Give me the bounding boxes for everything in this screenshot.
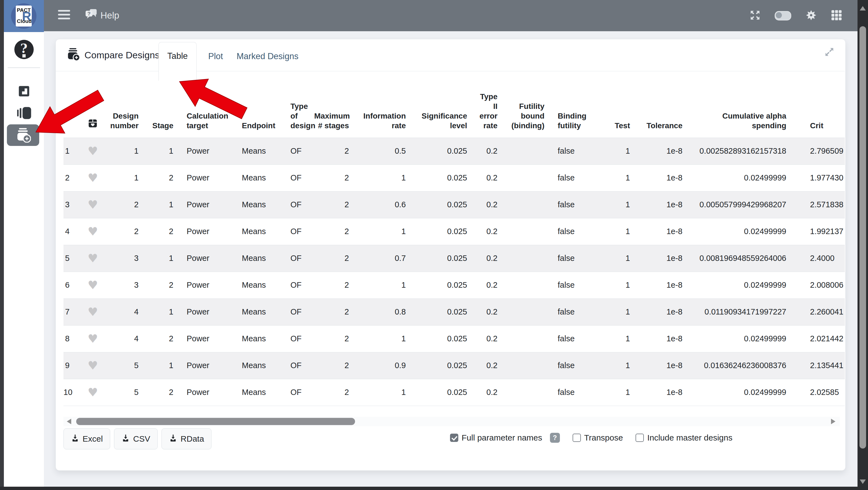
help-badge-icon[interactable]: ? [550,433,560,443]
heart-icon[interactable]: ♥ [88,305,98,319]
table-cell: Power [180,138,235,165]
heart-icon[interactable]: ♥ [88,252,98,265]
table-cell: 2 [314,325,355,352]
table-row: 7♥41PowerMeansOF20.80.0250.2false11e-80.… [63,298,845,325]
table-cell: 0.025 [412,379,474,406]
table-cell: 0.2 [474,272,504,298]
table-cell: 0.02499999 [689,379,793,406]
help-menu[interactable]: ? Help [85,8,119,23]
apps-grid-icon[interactable] [831,10,842,22]
column-header[interactable]: Significance level [412,81,474,138]
checkbox-box[interactable] [572,434,581,442]
table-cell: 0.2 [474,325,504,352]
heart-icon[interactable]: ♥ [88,332,98,345]
heart-icon[interactable]: ♥ [88,144,98,158]
column-header[interactable]: Binding futility [551,81,601,138]
table-cell: 0.02499999 [689,272,793,298]
column-header-empty[interactable] [76,81,109,138]
column-header[interactable]: Futility bound (binding) [504,81,551,138]
tab-marked-designs[interactable]: Marked Designs [236,42,299,71]
table-cell: 0.9 [355,352,412,379]
table-cell [504,325,551,352]
table-cell: 3 [109,245,145,272]
horizontal-scrollbar-thumb[interactable] [76,418,355,425]
heart-icon[interactable]: ♥ [88,385,98,399]
table-cell: OF [284,138,314,165]
expand-panel-icon[interactable] [824,47,835,58]
heart-icon[interactable]: ♥ [88,278,98,292]
table-cell: 2 [314,352,355,379]
column-header[interactable]: Cumulative alpha spending [689,81,793,138]
checkbox-include-master-designs[interactable]: Include master designs [636,433,733,442]
sidebar-toggle-button[interactable] [58,10,71,21]
table-cell: 1 [355,325,412,352]
sidebar-item-cards[interactable] [16,106,32,121]
tab-table[interactable]: Table [158,42,196,81]
table-cell: OF [284,218,314,245]
table-cell [504,191,551,218]
logo-paper: R PACT Cloud [16,5,32,27]
column-header[interactable]: Type of design [284,81,314,138]
mark-cell: ♥ [76,379,109,406]
checkbox-box[interactable] [450,434,458,442]
checkbox-transpose[interactable]: Transpose [572,433,623,442]
export-excel-label: Excel [83,434,103,443]
scroll-right-icon[interactable] [831,419,835,424]
export-buttons: Excel CSV RData [63,428,212,450]
column-header[interactable]: Test [601,81,637,138]
vertical-scrollbar-thumb[interactable] [860,26,866,449]
column-header[interactable]: Crit [793,81,845,138]
fullscreen-icon[interactable] [750,10,760,22]
column-header[interactable]: Maximum # stages [314,81,355,138]
column-header[interactable]: Type II error rate [474,81,504,138]
column-header[interactable]: Design number [109,81,145,138]
table-cell: 0.025 [412,218,474,245]
heart-icon[interactable]: ♥ [88,359,98,372]
table-cell [504,138,551,165]
help-label: Help [100,10,119,21]
scroll-up-icon[interactable] [860,6,866,10]
column-header[interactable]: Tolerance [637,81,689,138]
heart-icon[interactable]: ♥ [88,171,98,184]
column-header[interactable]: Calculation target [180,81,235,138]
horizontal-scrollbar[interactable] [63,417,840,426]
heart-icon[interactable]: ♥ [88,225,98,238]
table-cell: 1 [355,165,412,191]
user-avatar[interactable]: ? [14,40,34,59]
tab-plot[interactable]: Plot [198,42,234,71]
table-cell [504,352,551,379]
column-header[interactable]: Information rate [355,81,412,138]
table-cell: 5 [109,352,145,379]
column-header-empty[interactable] [63,81,76,138]
table-cell: OF [284,298,314,325]
export-rdata-button[interactable]: RData [161,428,212,450]
export-excel-button[interactable]: Excel [63,428,110,450]
window-left-border [0,0,4,490]
export-csv-button[interactable]: CSV [114,428,158,450]
table-cell: 0.025 [412,165,474,191]
app-logo[interactable]: R PACT Cloud [4,0,44,32]
sidebar-item-boards[interactable] [17,84,31,99]
table-cell [504,218,551,245]
table-cell: 1.992137 [793,218,845,245]
table-cell: 0.2 [474,245,504,272]
scroll-down-icon[interactable] [860,480,866,484]
table-cell: 5 [109,379,145,406]
vertical-scrollbar[interactable] [858,0,868,490]
heart-icon[interactable]: ♥ [88,198,98,211]
table-cell: 3 [109,272,145,298]
table-cell: 1 [145,298,180,325]
checkbox-full-parameter-names[interactable]: Full parameter names [450,433,542,442]
column-header[interactable]: Endpoint [235,81,284,138]
box-heart-icon [88,121,98,130]
theme-toggle[interactable] [775,11,791,21]
checkbox-box[interactable] [636,434,644,442]
column-header[interactable]: Stage [145,81,180,138]
table-cell: 2 [109,218,145,245]
table-cell [504,272,551,298]
sidebar-item-compare-designs[interactable] [7,124,39,146]
table-cell: 2.135441 [793,352,845,379]
brightness-icon[interactable] [806,10,817,22]
table-cell: false [551,245,601,272]
scroll-left-icon[interactable] [67,419,71,424]
